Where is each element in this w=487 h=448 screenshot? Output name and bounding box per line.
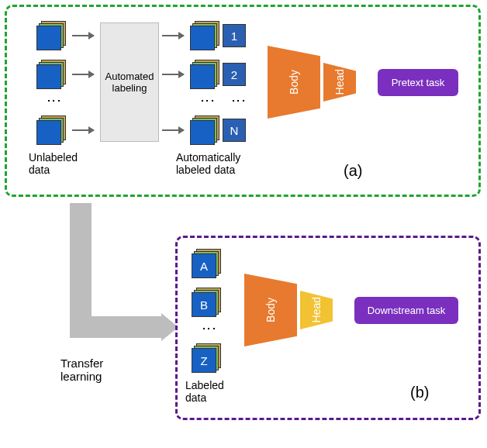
auto-labeled-caption: Automatically labeled data [176, 151, 240, 176]
automated-labeling-box: Automated labeling [100, 22, 159, 142]
vdots-icon: ⋮ [46, 94, 63, 109]
body-trapezoid: Body [268, 46, 320, 119]
unlabeled-stack-2 [36, 60, 67, 91]
labeled-stack-a: A [192, 249, 223, 280]
unlabeled-stack-n [36, 115, 67, 146]
label-1: 1 [223, 24, 246, 47]
labeled-stack-2 [190, 60, 221, 91]
labeled-stack-z: Z [192, 343, 223, 374]
arrow-icon [72, 129, 94, 131]
elbow-vertical [70, 203, 92, 335]
label-2: 2 [223, 63, 246, 86]
elbow-horizontal [70, 316, 163, 338]
transfer-label: Transfer learning [60, 357, 103, 383]
card-front [190, 120, 215, 145]
body-label: Body [288, 70, 300, 95]
labeled-stack-1 [190, 21, 221, 52]
card-front [190, 26, 215, 50]
card-front: A [192, 253, 216, 278]
arrow-icon [162, 74, 184, 75]
unlabeled-caption: Unlabeled data [29, 151, 78, 176]
vdots-icon: ⋮ [230, 94, 247, 109]
panel-b-tag: (b) [410, 384, 429, 401]
labeled-stack-b: B [192, 288, 223, 319]
body-trapezoid: Body [244, 274, 297, 346]
pretext-task-box: Pretext task [378, 69, 458, 96]
downstream-task-box: Downstream task [354, 297, 458, 324]
label-n: N [223, 119, 246, 142]
arrow-icon [72, 74, 94, 75]
head-trapezoid-yellow: Head [300, 284, 333, 336]
arrow-icon [162, 129, 184, 131]
vdots-icon: ⋮ [199, 94, 216, 109]
arrow-icon [162, 35, 184, 36]
body-label: Body [264, 298, 277, 322]
network-b: Body Head [244, 274, 333, 346]
card-front: Z [192, 348, 216, 373]
card-front: B [192, 292, 216, 317]
labeled-caption-b: Labeled data [185, 379, 224, 404]
panel-a: ⋮ Unlabeled data Automated labeling 1 2 … [5, 5, 481, 197]
panel-b: A B ⋮ Z Labeled data Body Head Downstrea… [175, 236, 481, 420]
card-front [36, 64, 61, 89]
labeled-stack-n [190, 115, 221, 146]
card-front [190, 64, 215, 89]
head-label: Head [333, 69, 346, 95]
card-front [36, 26, 61, 50]
panel-a-tag: (a) [344, 162, 362, 180]
arrow-icon [72, 35, 94, 36]
card-front [36, 120, 61, 145]
vdots-icon: ⋮ [201, 322, 218, 337]
head-label: Head [310, 297, 323, 322]
head-trapezoid: Head [323, 57, 356, 108]
unlabeled-stack-1 [36, 21, 67, 52]
network-a: Body Head [268, 46, 356, 119]
